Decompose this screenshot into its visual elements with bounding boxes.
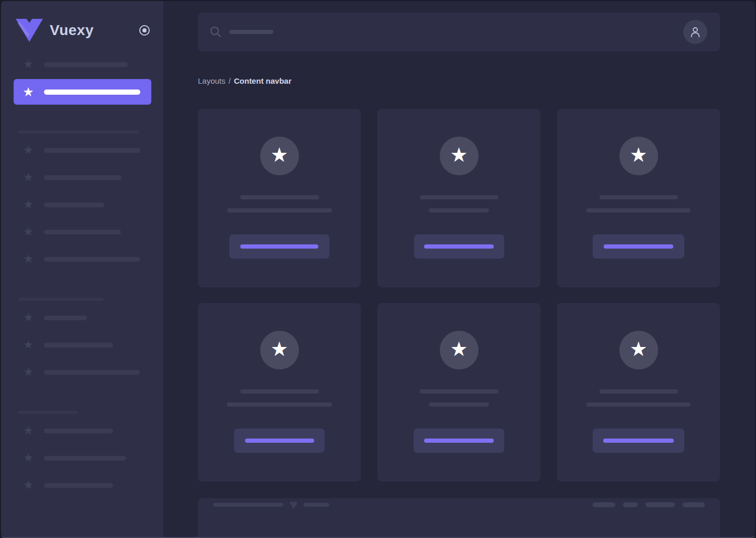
- sidebar-menu-item[interactable]: ★: [1, 198, 163, 211]
- menu-item-label-skeleton: [44, 316, 87, 320]
- content-card: ★: [377, 303, 540, 481]
- card-avatar: ★: [619, 137, 658, 175]
- card-action-button[interactable]: [414, 234, 504, 259]
- app-title: Vuexy: [50, 22, 94, 39]
- card-subtitle-skeleton: [586, 402, 691, 407]
- sidebar: Vuexy ★ ★ ★ ★ ★ ★ ★ ★ ★: [1, 1, 163, 537]
- sidebar-menu-item[interactable]: ★: [1, 452, 163, 464]
- star-icon: ★: [22, 226, 35, 238]
- menu-pin-toggle-icon[interactable]: [139, 25, 150, 36]
- search-icon: [209, 26, 222, 38]
- cards-grid: ★ ★ ★ ★: [198, 109, 720, 481]
- card-title-skeleton: [240, 389, 319, 394]
- button-label-skeleton: [604, 244, 673, 249]
- menu-item-label-skeleton: [44, 429, 113, 433]
- card-avatar: ★: [260, 331, 299, 369]
- card-action-button[interactable]: [593, 429, 684, 453]
- star-icon: ★: [22, 144, 35, 156]
- menu-item-label-skeleton: [44, 89, 140, 95]
- card-avatar: ★: [260, 137, 299, 175]
- footer-link-skeleton[interactable]: [623, 502, 638, 507]
- sidebar-menu-item[interactable]: ★: [1, 479, 163, 491]
- content-card: ★: [557, 303, 720, 481]
- star-icon: ★: [629, 339, 647, 359]
- card-action-button[interactable]: [229, 234, 329, 259]
- card-avatar: ★: [440, 137, 479, 175]
- footer-credit-skeleton: [304, 503, 329, 507]
- star-icon: ★: [22, 424, 35, 437]
- card-subtitle-skeleton: [227, 402, 332, 407]
- sidebar-top-items: ★ ★: [1, 58, 163, 105]
- menu-item-label-skeleton: [44, 343, 113, 348]
- user-avatar[interactable]: [683, 20, 707, 44]
- star-icon: ★: [22, 198, 35, 211]
- sidebar-menu: ★ ★ ★ ★ ★ ★ ★ ★ ★ ★ ★: [1, 58, 163, 491]
- search-placeholder-skeleton: [229, 30, 273, 34]
- menu-item-label-skeleton: [44, 203, 104, 207]
- card-title-skeleton: [420, 389, 498, 394]
- content-card: ★: [377, 109, 540, 287]
- content-card: ★: [198, 303, 361, 481]
- footer-card: ♥: [198, 498, 720, 537]
- button-label-skeleton: [245, 439, 314, 443]
- card-title-skeleton: [599, 389, 678, 394]
- sidebar-menu-item[interactable]: ★: [1, 253, 163, 265]
- card-subtitle-skeleton: [429, 402, 489, 407]
- footer-links: [585, 502, 705, 507]
- star-icon: ★: [450, 339, 468, 359]
- menu-item-label-skeleton: [44, 483, 113, 488]
- button-label-skeleton: [424, 439, 494, 443]
- card-subtitle-skeleton: [227, 208, 332, 212]
- search-bar[interactable]: [209, 13, 683, 51]
- star-icon: ★: [450, 145, 468, 165]
- sidebar-menu-item[interactable]: ★: [1, 424, 163, 437]
- menu-item-label-skeleton: [44, 175, 121, 180]
- sidebar-menu-item[interactable]: ★: [1, 171, 163, 184]
- star-icon: ★: [270, 145, 288, 165]
- main-content: Layouts/Content navbar ★ ★ ★: [163, 1, 755, 537]
- card-action-button[interactable]: [414, 429, 504, 453]
- star-icon: ★: [22, 58, 35, 71]
- star-icon: ★: [270, 339, 288, 359]
- sidebar-menu-item[interactable]: ★: [1, 226, 163, 238]
- sidebar-menu-item[interactable]: ★: [1, 339, 163, 351]
- sidebar-menu-item[interactable]: ★: [1, 144, 163, 156]
- star-icon: ★: [22, 366, 35, 378]
- top-navbar: [198, 13, 720, 51]
- footer-row: ♥: [213, 498, 705, 511]
- breadcrumb-separator: /: [229, 76, 231, 85]
- footer-copyright-skeleton: [213, 503, 283, 507]
- vuexy-logo-icon: [16, 19, 43, 42]
- menu-item-label-skeleton: [44, 148, 140, 153]
- heart-icon: ♥: [290, 498, 297, 511]
- content-card: ★: [557, 109, 720, 287]
- footer-link-skeleton[interactable]: [593, 502, 615, 507]
- sidebar-section-header-skeleton: [18, 298, 104, 301]
- sidebar-section-header-skeleton: [18, 411, 77, 414]
- star-icon: ★: [22, 86, 35, 98]
- sidebar-menu-item[interactable]: ★: [1, 366, 163, 378]
- menu-item-label-skeleton: [44, 370, 140, 375]
- menu-item-label-skeleton: [44, 62, 128, 67]
- breadcrumb-parent[interactable]: Layouts: [198, 76, 226, 85]
- card-subtitle-skeleton: [586, 208, 691, 212]
- menu-item-label-skeleton: [44, 230, 121, 234]
- sidebar-menu-item[interactable]: ★: [1, 311, 163, 324]
- sidebar-sections: ★ ★ ★ ★ ★ ★ ★ ★ ★ ★ ★: [1, 130, 163, 491]
- button-label-skeleton: [240, 244, 318, 249]
- footer-link-skeleton[interactable]: [646, 502, 675, 507]
- card-title-skeleton: [599, 195, 678, 199]
- card-avatar: ★: [619, 331, 658, 369]
- sidebar-header: Vuexy: [16, 18, 150, 42]
- star-icon: ★: [22, 171, 35, 184]
- card-action-button[interactable]: [593, 234, 684, 259]
- card-avatar: ★: [440, 331, 479, 369]
- card-title-skeleton: [420, 195, 498, 199]
- footer-link-skeleton[interactable]: [683, 502, 705, 507]
- star-icon: ★: [629, 145, 647, 165]
- card-action-button[interactable]: [234, 429, 325, 453]
- sidebar-menu-item[interactable]: ★: [1, 58, 163, 71]
- menu-item-label-skeleton: [44, 257, 140, 262]
- content-card: ★: [198, 109, 361, 287]
- sidebar-menu-item[interactable]: ★: [14, 79, 151, 105]
